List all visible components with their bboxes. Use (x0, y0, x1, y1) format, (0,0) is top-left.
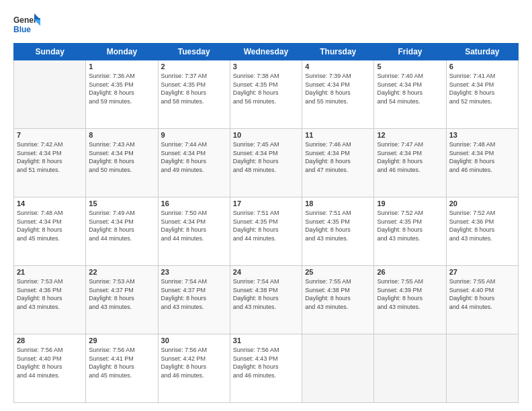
day-info: Sunrise: 7:55 AM Sunset: 4:39 PM Dayligh… (377, 277, 443, 311)
day-number: 6 (449, 62, 515, 71)
calendar-cell: 2Sunrise: 7:37 AM Sunset: 4:35 PM Daylig… (158, 60, 230, 129)
day-number: 10 (233, 131, 299, 139)
day-info: Sunrise: 7:50 AM Sunset: 4:34 PM Dayligh… (161, 209, 227, 242)
day-info: Sunrise: 7:42 AM Sunset: 4:34 PM Dayligh… (17, 140, 83, 174)
day-number: 30 (161, 336, 227, 345)
day-info: Sunrise: 7:44 AM Sunset: 4:34 PM Dayligh… (161, 140, 227, 174)
calendar-cell: 28Sunrise: 7:56 AM Sunset: 4:40 PM Dayli… (14, 334, 86, 403)
day-number: 13 (449, 131, 515, 139)
day-number: 22 (89, 268, 154, 276)
weekday-header-tuesday: Tuesday (158, 44, 230, 60)
day-number: 19 (377, 199, 443, 208)
day-info: Sunrise: 7:53 AM Sunset: 4:36 PM Dayligh… (17, 277, 83, 311)
day-info: Sunrise: 7:46 AM Sunset: 4:34 PM Dayligh… (305, 140, 371, 174)
calendar-cell: 27Sunrise: 7:55 AM Sunset: 4:40 PM Dayli… (446, 266, 518, 334)
day-info: Sunrise: 7:40 AM Sunset: 4:34 PM Dayligh… (377, 72, 443, 105)
calendar-cell: 19Sunrise: 7:52 AM Sunset: 4:35 PM Dayli… (374, 197, 446, 266)
weekday-header-sunday: Sunday (14, 44, 86, 60)
day-info: Sunrise: 7:47 AM Sunset: 4:34 PM Dayligh… (377, 140, 443, 174)
day-info: Sunrise: 7:56 AM Sunset: 4:40 PM Dayligh… (17, 346, 83, 379)
day-number: 24 (233, 268, 299, 276)
weekday-header-row: SundayMondayTuesdayWednesdayThursdayFrid… (14, 44, 519, 60)
day-info: Sunrise: 7:49 AM Sunset: 4:34 PM Dayligh… (89, 209, 154, 242)
day-number: 17 (233, 199, 299, 208)
weekday-header-thursday: Thursday (302, 44, 374, 60)
day-info: Sunrise: 7:54 AM Sunset: 4:37 PM Dayligh… (161, 277, 227, 311)
calendar-cell: 21Sunrise: 7:53 AM Sunset: 4:36 PM Dayli… (14, 266, 86, 334)
header: General Blue (13, 11, 519, 38)
day-number: 18 (305, 199, 371, 208)
calendar-cell: 20Sunrise: 7:52 AM Sunset: 4:36 PM Dayli… (446, 197, 518, 266)
day-number: 21 (17, 268, 83, 276)
day-number: 20 (449, 199, 515, 208)
calendar-cell: 10Sunrise: 7:45 AM Sunset: 4:34 PM Dayli… (230, 129, 302, 197)
day-info: Sunrise: 7:56 AM Sunset: 4:41 PM Dayligh… (89, 346, 154, 379)
day-number: 3 (233, 62, 299, 71)
day-info: Sunrise: 7:56 AM Sunset: 4:42 PM Dayligh… (161, 346, 227, 379)
day-number: 29 (89, 336, 154, 345)
day-info: Sunrise: 7:51 AM Sunset: 4:35 PM Dayligh… (233, 209, 299, 242)
week-row-2: 7Sunrise: 7:42 AM Sunset: 4:34 PM Daylig… (14, 129, 519, 197)
calendar-cell: 26Sunrise: 7:55 AM Sunset: 4:39 PM Dayli… (374, 266, 446, 334)
day-info: Sunrise: 7:48 AM Sunset: 4:34 PM Dayligh… (449, 140, 515, 174)
day-info: Sunrise: 7:48 AM Sunset: 4:34 PM Dayligh… (17, 209, 83, 242)
calendar-cell: 14Sunrise: 7:48 AM Sunset: 4:34 PM Dayli… (14, 197, 86, 266)
day-number: 23 (161, 268, 227, 276)
calendar-cell: 13Sunrise: 7:48 AM Sunset: 4:34 PM Dayli… (446, 129, 518, 197)
calendar-cell: 9Sunrise: 7:44 AM Sunset: 4:34 PM Daylig… (158, 129, 230, 197)
calendar-cell (374, 334, 446, 403)
calendar-cell: 12Sunrise: 7:47 AM Sunset: 4:34 PM Dayli… (374, 129, 446, 197)
day-number: 31 (233, 336, 299, 345)
day-info: Sunrise: 7:53 AM Sunset: 4:37 PM Dayligh… (89, 277, 154, 311)
day-number: 11 (305, 131, 371, 139)
weekday-header-friday: Friday (374, 44, 446, 60)
calendar-cell: 17Sunrise: 7:51 AM Sunset: 4:35 PM Dayli… (230, 197, 302, 266)
calendar-cell: 15Sunrise: 7:49 AM Sunset: 4:34 PM Dayli… (86, 197, 158, 266)
calendar-cell: 18Sunrise: 7:51 AM Sunset: 4:35 PM Dayli… (302, 197, 374, 266)
day-info: Sunrise: 7:36 AM Sunset: 4:35 PM Dayligh… (89, 72, 154, 105)
calendar-cell: 6Sunrise: 7:41 AM Sunset: 4:34 PM Daylig… (446, 60, 518, 129)
calendar-cell: 8Sunrise: 7:43 AM Sunset: 4:34 PM Daylig… (86, 129, 158, 197)
day-number: 1 (89, 62, 154, 71)
logo-svg: General Blue (13, 13, 40, 38)
calendar-cell: 16Sunrise: 7:50 AM Sunset: 4:34 PM Dayli… (158, 197, 230, 266)
calendar-cell: 24Sunrise: 7:54 AM Sunset: 4:38 PM Dayli… (230, 266, 302, 334)
day-info: Sunrise: 7:52 AM Sunset: 4:35 PM Dayligh… (377, 209, 443, 242)
day-info: Sunrise: 7:37 AM Sunset: 4:35 PM Dayligh… (161, 72, 227, 105)
calendar-table: SundayMondayTuesdayWednesdayThursdayFrid… (13, 43, 519, 403)
day-info: Sunrise: 7:43 AM Sunset: 4:34 PM Dayligh… (89, 140, 154, 174)
calendar-cell: 5Sunrise: 7:40 AM Sunset: 4:34 PM Daylig… (374, 60, 446, 129)
logo-container: General Blue (13, 13, 40, 38)
calendar-cell: 23Sunrise: 7:54 AM Sunset: 4:37 PM Dayli… (158, 266, 230, 334)
day-info: Sunrise: 7:38 AM Sunset: 4:35 PM Dayligh… (233, 72, 299, 105)
calendar-cell (446, 334, 518, 403)
calendar-cell: 4Sunrise: 7:39 AM Sunset: 4:34 PM Daylig… (302, 60, 374, 129)
day-number: 26 (377, 268, 443, 276)
weekday-header-wednesday: Wednesday (230, 44, 302, 60)
calendar-cell: 7Sunrise: 7:42 AM Sunset: 4:34 PM Daylig… (14, 129, 86, 197)
day-number: 7 (17, 131, 83, 139)
calendar-cell: 29Sunrise: 7:56 AM Sunset: 4:41 PM Dayli… (86, 334, 158, 403)
calendar-cell: 3Sunrise: 7:38 AM Sunset: 4:35 PM Daylig… (230, 60, 302, 129)
calendar-cell: 22Sunrise: 7:53 AM Sunset: 4:37 PM Dayli… (86, 266, 158, 334)
calendar-cell: 30Sunrise: 7:56 AM Sunset: 4:42 PM Dayli… (158, 334, 230, 403)
day-number: 5 (377, 62, 443, 71)
week-row-4: 21Sunrise: 7:53 AM Sunset: 4:36 PM Dayli… (14, 266, 519, 334)
logo: General Blue (13, 13, 40, 38)
calendar-cell: 11Sunrise: 7:46 AM Sunset: 4:34 PM Dayli… (302, 129, 374, 197)
day-info: Sunrise: 7:55 AM Sunset: 4:38 PM Dayligh… (305, 277, 371, 311)
day-number: 9 (161, 131, 227, 139)
day-info: Sunrise: 7:54 AM Sunset: 4:38 PM Dayligh… (233, 277, 299, 311)
day-number: 4 (305, 62, 371, 71)
weekday-header-saturday: Saturday (446, 44, 518, 60)
svg-text:Blue: Blue (13, 25, 31, 34)
day-number: 28 (17, 336, 83, 345)
day-number: 12 (377, 131, 443, 139)
page: General Blue SundayMondayTuesdayWednesda… (0, 0, 532, 411)
calendar-cell (14, 60, 86, 129)
week-row-3: 14Sunrise: 7:48 AM Sunset: 4:34 PM Dayli… (14, 197, 519, 266)
weekday-header-monday: Monday (86, 44, 158, 60)
calendar-cell: 1Sunrise: 7:36 AM Sunset: 4:35 PM Daylig… (86, 60, 158, 129)
day-info: Sunrise: 7:52 AM Sunset: 4:36 PM Dayligh… (449, 209, 515, 242)
calendar-cell (302, 334, 374, 403)
